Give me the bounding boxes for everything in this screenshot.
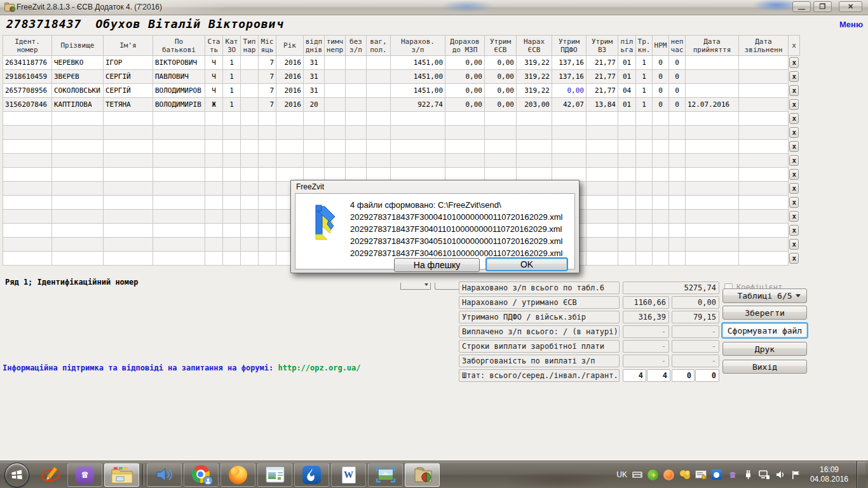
grid-cell[interactable] (3, 126, 52, 140)
grid-cell[interactable] (346, 154, 367, 168)
close-button[interactable]: ✕ (839, 1, 862, 12)
grid-cell[interactable] (259, 126, 276, 140)
grid-cell[interactable]: 0 (653, 84, 669, 98)
grid-cell[interactable] (205, 210, 223, 224)
save-button[interactable]: Зберегти (722, 306, 807, 320)
speaker-icon[interactable] (775, 469, 786, 480)
grid-cell[interactable] (636, 238, 653, 252)
grid-cell[interactable] (686, 238, 739, 252)
grid-cell[interactable] (552, 112, 587, 126)
grid-cell[interactable]: 1 (636, 84, 653, 98)
grid-cell[interactable] (653, 154, 669, 168)
grid-cell[interactable]: 319,22 (517, 84, 552, 98)
start-button[interactable] (4, 463, 29, 487)
grid-cell[interactable] (739, 252, 789, 266)
grid-cell[interactable] (669, 126, 686, 140)
grid-cell[interactable] (241, 84, 259, 98)
grid-cell[interactable] (653, 252, 669, 266)
delete-row-button[interactable]: x (789, 155, 799, 166)
grid-cell[interactable] (223, 210, 241, 224)
grid-cell[interactable] (587, 112, 618, 126)
grid-cell[interactable]: Ж (205, 98, 223, 112)
grid-cell[interactable] (636, 224, 653, 238)
volume-mixer-icon[interactable] (147, 463, 182, 487)
grid-cell[interactable] (669, 224, 686, 238)
grid-cell[interactable] (618, 238, 636, 252)
grid-cell[interactable] (636, 168, 653, 182)
grid-cell[interactable] (669, 210, 686, 224)
grid-cell[interactable]: ЗВЄРЄВ (52, 70, 104, 84)
grid-cell[interactable] (104, 182, 153, 196)
grid-cell[interactable] (3, 168, 52, 182)
grid-cell[interactable] (205, 154, 223, 168)
grid-cell[interactable] (445, 126, 485, 140)
grid-cell[interactable] (241, 168, 259, 182)
delete-row-button[interactable]: x (789, 71, 799, 82)
grid-cell[interactable]: СОКОЛОВСЬКИ (52, 84, 104, 98)
grid-cell[interactable]: 0,00 (445, 56, 485, 70)
grid-cell[interactable]: Ч (205, 84, 223, 98)
grid-cell[interactable] (618, 182, 636, 196)
grid-cell[interactable]: 2016 (276, 84, 304, 98)
grid-cell[interactable] (325, 84, 346, 98)
grid-cell[interactable] (636, 196, 653, 210)
grid-cell[interactable] (618, 140, 636, 154)
grid-cell[interactable] (241, 210, 259, 224)
grid-cell[interactable] (653, 210, 669, 224)
grid-cell[interactable] (104, 238, 153, 252)
grid-cell[interactable] (153, 196, 205, 210)
gas-app-icon[interactable] (294, 463, 329, 487)
grid-cell[interactable] (259, 252, 276, 266)
grid-cell[interactable]: 2016 (276, 98, 304, 112)
grid-cell[interactable] (205, 224, 223, 238)
grid-cell[interactable] (367, 154, 391, 168)
grid-cell[interactable] (367, 84, 391, 98)
delete-row-button[interactable]: x (789, 141, 799, 152)
grid-cell[interactable] (739, 182, 789, 196)
grid-cell[interactable] (241, 70, 259, 84)
grid-cell[interactable]: 01 (618, 56, 636, 70)
grid-cell[interactable] (739, 112, 789, 126)
grid-cell[interactable]: 2016 (276, 70, 304, 84)
language-indicator[interactable]: UK (616, 470, 627, 479)
exit-button[interactable]: Вихід (722, 360, 807, 374)
grid-cell[interactable] (259, 224, 276, 238)
grid-cell[interactable] (52, 126, 104, 140)
grid-cell[interactable] (276, 126, 304, 140)
grid-cell[interactable] (587, 126, 618, 140)
grid-cell[interactable] (241, 140, 259, 154)
grid-cell[interactable] (223, 140, 241, 154)
grid-cell[interactable] (653, 112, 669, 126)
grid-cell[interactable] (205, 182, 223, 196)
grid-cell[interactable]: ВОЛОДИМИРОВ (153, 84, 205, 98)
grid-cell[interactable]: 1451,00 (391, 84, 445, 98)
grid-cell[interactable]: 0,00 (485, 84, 517, 98)
grid-cell[interactable] (686, 224, 739, 238)
grid-cell[interactable] (367, 70, 391, 84)
grid-cell[interactable] (325, 112, 346, 126)
menu-link[interactable]: Меню (839, 20, 863, 29)
certificate-icon[interactable] (695, 469, 707, 480)
grid-cell[interactable] (367, 56, 391, 70)
grid-cell[interactable] (52, 210, 104, 224)
grid-cell[interactable] (618, 154, 636, 168)
grid-cell[interactable]: 2634118776 (3, 56, 52, 70)
grid-cell[interactable]: 0 (653, 56, 669, 70)
taskbar-clock[interactable]: 16:09 04.08.2016 (810, 465, 848, 484)
grid-cell[interactable]: СЕРГІЙ (104, 84, 153, 98)
grid-cell[interactable] (618, 210, 636, 224)
grid-cell[interactable] (669, 154, 686, 168)
grid-cell[interactable] (653, 238, 669, 252)
grid-cell[interactable]: 01 (618, 70, 636, 84)
grid-cell[interactable] (636, 182, 653, 196)
minimize-button[interactable]: — (792, 1, 811, 12)
grid-cell[interactable]: ПАВЛОВИЧ (153, 70, 205, 84)
grid-cell[interactable]: 922,74 (391, 98, 445, 112)
grid-cell[interactable] (259, 168, 276, 182)
grid-cell[interactable]: 1 (636, 56, 653, 70)
grid-cell[interactable]: 0,00 (485, 70, 517, 84)
grid-cell[interactable] (223, 126, 241, 140)
keyboard-icon[interactable] (632, 469, 643, 480)
grid-cell[interactable] (325, 70, 346, 84)
grid-cell[interactable] (636, 154, 653, 168)
